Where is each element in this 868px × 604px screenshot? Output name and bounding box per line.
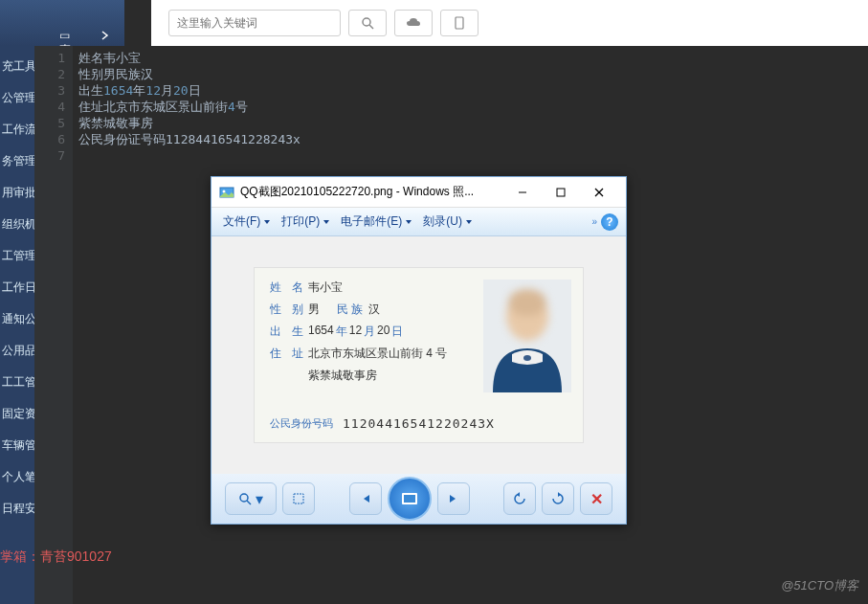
- svg-line-14: [247, 501, 251, 504]
- sidebar-item[interactable]: 充工具: [0, 51, 34, 82]
- menu-item[interactable]: 刻录(U): [419, 212, 476, 232]
- blog-credit: @51CTO博客: [781, 577, 858, 594]
- cloud-button[interactable]: [394, 10, 433, 36]
- id-addr-label: 住 址: [270, 346, 308, 362]
- sidebar-item[interactable]: 车辆管: [0, 430, 34, 461]
- mobile-button[interactable]: [440, 10, 479, 36]
- id-name-value: 韦小宝: [308, 280, 343, 296]
- dropdown-icon: [264, 220, 270, 224]
- sidebar-item[interactable]: 公用品: [0, 335, 34, 367]
- app-icon: [219, 185, 234, 200]
- id-ethnic-label: 民 族: [337, 302, 363, 318]
- id-photo: [483, 280, 571, 392]
- id-num-label: 公民身份号码: [270, 416, 333, 431]
- titlebar[interactable]: QQ截图20210105222720.png - Windows 照...: [211, 177, 626, 208]
- viewer-toolbar: ▾ ✕: [211, 474, 626, 524]
- photo-viewer-window[interactable]: QQ截图20210105222720.png - Windows 照... 文件…: [211, 176, 627, 525]
- search-icon: [361, 16, 374, 30]
- id-ethnic-value: 汉: [368, 302, 380, 318]
- sidebar-item[interactable]: 用审批: [0, 177, 34, 209]
- id-name-label: 姓 名: [270, 280, 308, 296]
- left-sidebar: ▭查看 的通讯充工具公管理工作流务管理用审批组织机工管理工作日志通知公公用品工工…: [0, 0, 34, 604]
- line-number: 2: [34, 66, 65, 82]
- rotate-ccw-button[interactable]: [503, 482, 536, 515]
- svg-rect-17: [404, 495, 415, 503]
- sidebar-item[interactable]: 公管理: [0, 82, 34, 114]
- next-button[interactable]: [437, 482, 470, 515]
- mobile-icon: [455, 16, 464, 30]
- svg-rect-15: [294, 494, 303, 503]
- sidebar-item[interactable]: 固定资: [0, 398, 34, 430]
- svg-rect-6: [557, 189, 565, 196]
- line-number: 3: [34, 82, 65, 99]
- minimize-button[interactable]: [503, 177, 542, 208]
- delete-button[interactable]: ✕: [580, 482, 612, 515]
- code-line[interactable]: 性别男民族汉: [78, 66, 868, 82]
- sidebar-item[interactable]: 组织机: [0, 209, 34, 240]
- zoom-icon: [238, 492, 252, 505]
- id-birth-day: 20: [377, 324, 389, 340]
- menu-item[interactable]: 文件(F): [219, 212, 274, 232]
- sidebar-item[interactable]: 工作日志: [0, 272, 34, 303]
- id-card: 姓 名韦小宝 性 别 男 民 族 汉 出 生 1654 年 12 月 20 日 …: [254, 267, 584, 443]
- code-line[interactable]: 住址北京市东城区景山前街4号: [78, 99, 868, 115]
- menu-item[interactable]: 打印(P): [278, 212, 333, 232]
- code-line[interactable]: 出生1654年12月20日: [78, 82, 868, 99]
- help-icon[interactable]: ?: [601, 213, 618, 231]
- dropdown-icon: [406, 220, 412, 224]
- line-number: 7: [34, 147, 65, 164]
- slideshow-button[interactable]: [388, 477, 432, 521]
- id-addr-line2: 紫禁城敬事房: [308, 368, 377, 384]
- rotate-cw-button[interactable]: [542, 482, 574, 515]
- sidebar-item[interactable]: 工管理: [0, 240, 34, 272]
- delete-icon: ✕: [590, 490, 603, 508]
- fit-button[interactable]: [282, 482, 315, 515]
- dropdown-icon: [323, 220, 329, 224]
- svg-point-0: [363, 18, 370, 26]
- code-line[interactable]: 姓名韦小宝: [78, 50, 868, 66]
- svg-line-1: [369, 25, 373, 29]
- sidebar-item[interactable]: 工作流: [0, 114, 34, 145]
- id-addr-line1: 北京市东城区景山前街 4 号: [308, 346, 447, 362]
- zoom-button[interactable]: ▾: [225, 482, 277, 515]
- maximize-button[interactable]: [542, 177, 580, 208]
- dropdown-icon: [466, 220, 472, 224]
- id-sex-label: 性 别: [270, 302, 308, 318]
- prev-button[interactable]: [349, 482, 382, 515]
- line-gutter: 1234567: [34, 46, 73, 604]
- id-birth-year: 1654: [308, 324, 334, 340]
- sidebar-nav: 的通讯充工具公管理工作流务管理用审批组织机工管理工作日志通知公公用品工工管固定资…: [0, 19, 34, 525]
- topbar: [151, 0, 868, 46]
- id-sex-value: 男: [308, 302, 337, 318]
- window-title: QQ截图20210105222720.png - Windows 照...: [240, 184, 503, 200]
- sidebar-item[interactable]: 务管理: [0, 145, 34, 177]
- search-button[interactable]: [348, 10, 387, 36]
- chevron-right-icon[interactable]: [100, 31, 110, 40]
- line-number: 6: [34, 131, 65, 147]
- chevrons-icon[interactable]: »: [591, 216, 595, 227]
- svg-rect-2: [456, 17, 463, 29]
- id-birth-label: 出 生: [270, 324, 308, 340]
- id-birth-month: 12: [349, 324, 362, 340]
- menubar: 文件(F)打印(P)电子邮件(E)刻录(U) » ?: [211, 208, 626, 236]
- menu-item[interactable]: 电子邮件(E): [337, 212, 415, 232]
- line-number: 4: [34, 99, 65, 115]
- sidebar-item[interactable]: 个人笔: [0, 461, 34, 493]
- menubar-right: » ?: [591, 213, 618, 231]
- sidebar-item[interactable]: 通知公: [0, 303, 34, 335]
- search-input[interactable]: [168, 10, 341, 36]
- line-number: 5: [34, 115, 65, 131]
- close-button[interactable]: [580, 177, 618, 208]
- cloud-icon: [406, 17, 421, 29]
- id-num-value: 11204416541220243X: [343, 416, 495, 431]
- origin-label: 掌箱：青苔901027: [0, 548, 112, 566]
- viewer-canvas: 姓 名韦小宝 性 别 男 民 族 汉 出 生 1654 年 12 月 20 日 …: [211, 236, 626, 474]
- sidebar-item[interactable]: 日程安: [0, 493, 34, 525]
- fit-icon: [292, 492, 305, 505]
- code-line[interactable]: 紫禁城敬事房: [78, 115, 868, 131]
- svg-point-11: [508, 289, 546, 316]
- line-number: 1: [34, 50, 65, 66]
- code-line[interactable]: 公民身份证号码11284416541228243x: [78, 131, 868, 147]
- svg-point-13: [240, 494, 248, 502]
- sidebar-item[interactable]: 工工管: [0, 367, 34, 398]
